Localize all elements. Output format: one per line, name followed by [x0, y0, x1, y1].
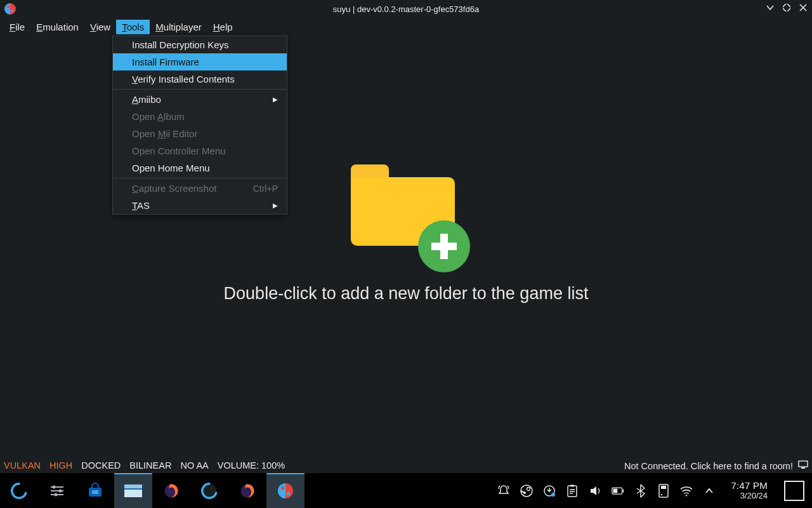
- add-folder-icon: [351, 164, 461, 264]
- system-tray: 7:47 PM 3/20/24: [497, 480, 812, 501]
- menu-view[interactable]: View: [84, 20, 116, 34]
- svg-point-16: [281, 486, 284, 489]
- svg-rect-2: [783, 4, 790, 11]
- chevron-up-icon[interactable]: [703, 485, 716, 497]
- clock[interactable]: 7:47 PM 3/20/24: [731, 480, 768, 501]
- room-icon: [798, 460, 808, 469]
- svg-point-0: [7, 6, 10, 8]
- taskbar-app-launcher[interactable]: [0, 473, 38, 508]
- svg-point-31: [686, 495, 687, 496]
- desktop-taskbar: 7:47 PM 3/20/24: [0, 473, 812, 508]
- volume-icon[interactable]: [589, 485, 601, 497]
- menu-help[interactable]: Help: [207, 20, 239, 34]
- taskbar-suyu[interactable]: [266, 473, 304, 508]
- taskbar-firefox-1[interactable]: [152, 473, 190, 508]
- svg-point-7: [55, 493, 58, 496]
- notifications-icon[interactable]: [497, 485, 510, 497]
- svg-rect-4: [801, 467, 805, 469]
- taskbar-pinned: [0, 473, 304, 508]
- menu-emulation[interactable]: Emulation: [30, 20, 84, 34]
- minimize-button[interactable]: [764, 1, 776, 14]
- menu-tools[interactable]: Tools: [116, 20, 150, 34]
- status-filter[interactable]: BILINEAR: [129, 460, 171, 471]
- statusbar: VULKAN HIGH DOCKED BILINEAR NO AA VOLUME…: [0, 458, 812, 473]
- main-content[interactable]: Double-click to add a new folder to the …: [0, 36, 812, 458]
- menubar: FileEmulationViewToolsMultiplayerHelp: [0, 18, 812, 36]
- taskbar-filemanager[interactable]: [114, 473, 152, 508]
- menu-multiplayer[interactable]: Multiplayer: [150, 20, 207, 34]
- empty-prompt: Double-click to add a new folder to the …: [224, 284, 589, 304]
- status-renderer[interactable]: VULKAN: [4, 460, 41, 471]
- window-controls: [764, 1, 809, 14]
- battery-icon[interactable]: [612, 485, 624, 497]
- steam-icon[interactable]: [520, 485, 533, 497]
- svg-point-5: [53, 485, 56, 488]
- disk-icon[interactable]: [657, 485, 670, 497]
- menu-file[interactable]: File: [4, 20, 30, 34]
- status-dock[interactable]: DOCKED: [81, 460, 121, 471]
- clock-date: 3/20/24: [731, 491, 768, 501]
- clock-time: 7:47 PM: [731, 480, 768, 491]
- wifi-icon[interactable]: [680, 485, 693, 497]
- svg-rect-24: [570, 485, 574, 486]
- svg-point-30: [661, 493, 662, 495]
- maximize-button[interactable]: [780, 1, 793, 14]
- status-multiplayer[interactable]: Not Connected. Click here to find a room…: [624, 460, 808, 471]
- svg-rect-11: [124, 485, 142, 488]
- taskbar-app-alt[interactable]: [190, 473, 228, 508]
- svg-rect-3: [799, 461, 808, 467]
- taskbar-store[interactable]: [76, 473, 114, 508]
- svg-rect-9: [92, 490, 98, 494]
- taskbar-settings[interactable]: [38, 473, 76, 508]
- svg-rect-12: [124, 490, 142, 497]
- status-volume[interactable]: VOLUME: 100%: [218, 460, 285, 471]
- svg-point-17: [287, 491, 290, 495]
- taskbar-firefox-2[interactable]: [228, 473, 266, 508]
- app-icon: [4, 3, 16, 15]
- status-gpu[interactable]: HIGH: [49, 460, 72, 471]
- update-icon[interactable]: [543, 485, 556, 497]
- titlebar: suyu | dev-v0.0.2-master-0-gfec573fd6a: [0, 0, 812, 18]
- window-title: suyu | dev-v0.0.2-master-0-gfec573fd6a: [333, 4, 479, 14]
- svg-point-6: [59, 489, 62, 492]
- status-aa[interactable]: NO AA: [180, 460, 208, 471]
- svg-rect-29: [661, 486, 666, 489]
- svg-rect-27: [623, 489, 624, 492]
- svg-point-1: [11, 10, 13, 12]
- svg-point-22: [551, 493, 555, 497]
- show-desktop-button[interactable]: [784, 481, 804, 501]
- close-button[interactable]: [797, 1, 809, 14]
- app-window: suyu | dev-v0.0.2-master-0-gfec573fd6a F…: [0, 0, 812, 473]
- clipboard-icon[interactable]: [566, 485, 579, 497]
- svg-rect-26: [613, 488, 618, 493]
- svg-point-19: [527, 487, 530, 490]
- svg-point-18: [521, 485, 532, 497]
- bluetooth-icon[interactable]: [634, 485, 647, 497]
